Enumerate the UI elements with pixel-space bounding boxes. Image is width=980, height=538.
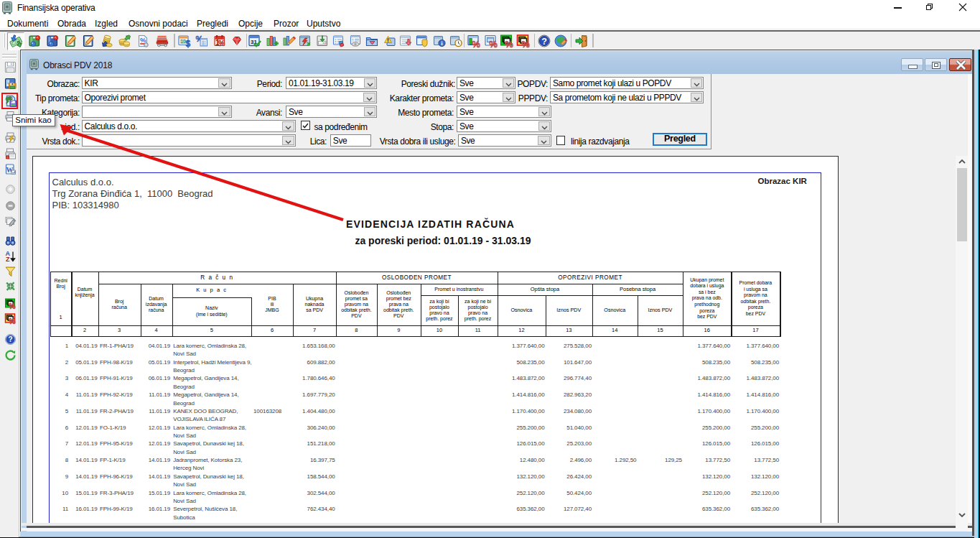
- svg-text:%: %: [9, 302, 16, 310]
- svg-text:Z: Z: [6, 256, 10, 262]
- svg-text:$: $: [185, 39, 190, 48]
- svg-text:%: %: [472, 39, 480, 49]
- svg-text:%: %: [489, 39, 498, 49]
- svg-text:?: ?: [541, 37, 547, 47]
- svg-text:%: %: [140, 36, 146, 44]
- svg-text:%: %: [521, 39, 530, 49]
- svg-text:?: ?: [8, 335, 12, 343]
- svg-text:%: %: [218, 39, 225, 47]
- svg-text:%: %: [9, 317, 16, 325]
- svg-text:%: %: [505, 39, 513, 49]
